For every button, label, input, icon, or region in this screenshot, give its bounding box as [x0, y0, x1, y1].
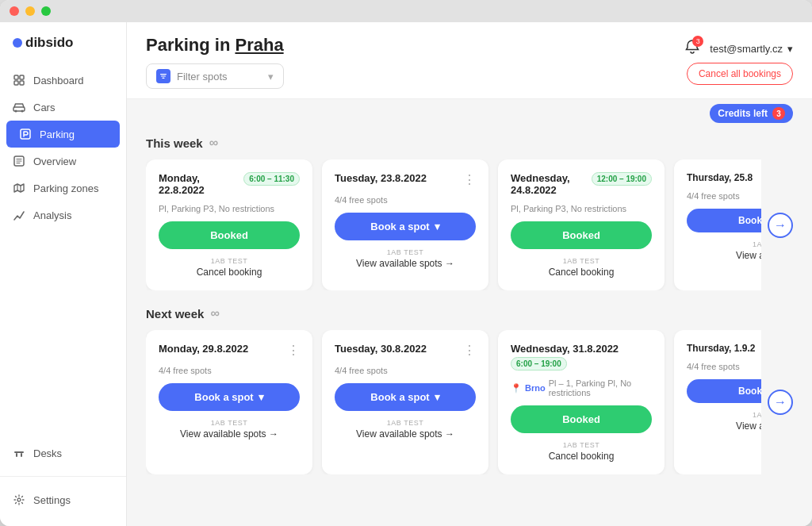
book-spot-button[interactable]: Book: [687, 379, 761, 403]
user-menu-button[interactable]: test@smartly.cz ▾: [710, 43, 793, 55]
view-spots-link[interactable]: View avail: [736, 250, 761, 261]
next-week-cards: Monday, 29.8.2022 ⋮ 4/4 free spots Book …: [146, 330, 761, 474]
next-week-section: Next week ∞ Monday, 29.8.2022 ⋮ 4/4 f: [146, 306, 793, 474]
location-tag: Brno: [525, 383, 546, 393]
maximize-button[interactable]: [41, 6, 51, 16]
scroll-right-button-next[interactable]: →: [768, 390, 793, 415]
sidebar-item-desks[interactable]: Desks: [0, 440, 126, 466]
card-mon-22: Monday, 22.8.2022 6:00 – 11:30 Pl, Parki…: [146, 159, 312, 290]
sidebar-item-analysis[interactable]: Analysis: [0, 202, 126, 228]
svg-rect-0: [14, 75, 18, 79]
minimize-button[interactable]: [25, 6, 35, 16]
cancel-all-bookings-button[interactable]: Cancel all bookings: [687, 63, 793, 85]
sidebar-label-desks: Desks: [33, 447, 62, 459]
card-thu-1: Thursday, 1.9.2 4/4 free spots Book 1A V…: [674, 330, 761, 474]
credits-area: Credits left 3: [127, 99, 812, 123]
nav-bottom: Settings: [0, 476, 126, 513]
app-window: dibsido Dashboard Cars: [0, 0, 812, 526]
card-footer-label: 1A: [753, 240, 761, 248]
card-header: Tuesday, 23.8.2022 ⋮: [335, 172, 476, 187]
card-footer: 1A View avail: [687, 240, 761, 261]
time-badge: 12:00 – 19:00: [592, 172, 652, 186]
page-title: Parking in Praha: [146, 35, 284, 56]
user-chevron-icon: ▾: [787, 43, 793, 55]
view-spots-link[interactable]: View avail: [736, 420, 761, 432]
card-date: Monday, 29.8.2022: [159, 343, 248, 355]
book-spot-button[interactable]: Book a spot ▾: [159, 383, 300, 411]
booked-button[interactable]: Booked: [159, 221, 300, 249]
next-week-cards-row: Monday, 29.8.2022 ⋮ 4/4 free spots Book …: [146, 330, 793, 474]
sidebar-item-settings[interactable]: Settings: [0, 486, 126, 513]
card-tue-23: Tuesday, 23.8.2022 ⋮ 4/4 free spots Book…: [322, 159, 488, 290]
this-week-header: This week ∞: [146, 136, 793, 150]
card-date: Tuesday, 30.8.2022: [335, 343, 427, 355]
view-spots-link[interactable]: View available spots →: [356, 428, 454, 440]
sidebar-item-parking[interactable]: Parking: [6, 121, 120, 148]
card-footer-label: 1AB TEST: [211, 419, 247, 427]
chevron-down-icon: ▾: [259, 391, 264, 403]
map-icon: [13, 182, 25, 194]
card-date: Thursday, 1.9.2: [687, 343, 755, 354]
notification-button[interactable]: 3: [684, 39, 700, 58]
card-tue-30: Tuesday, 30.8.2022 ⋮ 4/4 free spots Book…: [322, 330, 488, 474]
card-date: Tuesday, 23.8.2022: [335, 172, 427, 184]
cancel-booking-link[interactable]: Cancel booking: [549, 267, 615, 278]
gear-icon: [13, 493, 25, 506]
nav-section: Dashboard Cars Parking: [0, 67, 126, 440]
sidebar-label-analysis: Analysis: [33, 209, 71, 221]
filter-chevron: ▾: [268, 71, 274, 83]
svg-rect-15: [163, 78, 165, 79]
card-header: Thursday, 1.9.2: [687, 343, 761, 354]
this-week-cards-row: Monday, 22.8.2022 6:00 – 11:30 Pl, Parki…: [146, 159, 793, 290]
card-footer-label: 1AB TEST: [211, 257, 247, 265]
card-sub: Pl, Parking P3, No restrictions: [159, 204, 300, 213]
sidebar-item-parking-zones[interactable]: Parking zones: [0, 175, 126, 202]
card-wed-31: Wednesday, 31.8.2022 6:00 – 19:00 📍 Brno…: [498, 330, 665, 474]
this-week-cards: Monday, 22.8.2022 6:00 – 11:30 Pl, Parki…: [146, 159, 761, 290]
book-spot-button[interactable]: Book a spot ▾: [335, 383, 476, 411]
this-week-infinity: ∞: [209, 136, 218, 150]
sidebar-label-overview: Overview: [33, 155, 76, 167]
sidebar-item-cars[interactable]: Cars: [0, 94, 126, 121]
card-sub: 4/4 free spots: [335, 195, 476, 205]
svg-rect-1: [20, 75, 24, 79]
book-spot-button[interactable]: Book a spot ▾: [335, 213, 476, 240]
cancel-booking-link[interactable]: Cancel booking: [197, 267, 262, 278]
card-location-sub: 📍 Brno Pl – 1, Parking Pl, No restrictio…: [511, 378, 652, 397]
card-wed-24: Wednesday, 24.8.2022 12:00 – 19:00 Pl, P…: [498, 159, 665, 290]
card-sub: 4/4 free spots: [159, 366, 300, 375]
booked-button[interactable]: Booked: [511, 221, 652, 249]
card-header: Monday, 22.8.2022 6:00 – 11:30: [159, 172, 300, 196]
user-email: test@smartly.cz: [710, 43, 783, 55]
booked-button[interactable]: Booked: [511, 405, 652, 433]
next-week-header: Next week ∞: [146, 306, 793, 321]
sidebar-label-settings: Settings: [33, 494, 71, 506]
svg-rect-13: [160, 74, 167, 75]
chevron-down-icon: ▾: [435, 391, 440, 403]
cancel-booking-link[interactable]: Cancel booking: [549, 451, 615, 462]
sidebar-item-dashboard[interactable]: Dashboard: [0, 67, 126, 94]
grid-icon: [13, 74, 25, 86]
svg-rect-9: [14, 451, 24, 453]
card-menu-dots[interactable]: ⋮: [287, 343, 300, 358]
close-button[interactable]: [10, 6, 19, 16]
card-footer: 1AB TEST View available spots →: [335, 419, 476, 440]
card-footer-label: 1A: [753, 411, 761, 419]
card-date: Thursday, 25.8: [687, 172, 753, 183]
logo-text: dibsido: [25, 35, 73, 51]
card-footer-label: 1AB TEST: [563, 257, 599, 265]
chevron-down-icon: ▾: [435, 221, 440, 232]
filter-spots-dropdown[interactable]: Filter spots ▾: [146, 63, 284, 89]
view-spots-link[interactable]: View available spots →: [180, 428, 278, 440]
card-menu-dots[interactable]: ⋮: [463, 343, 476, 358]
card-menu-dots[interactable]: ⋮: [463, 172, 476, 187]
sidebar-item-overview[interactable]: Overview: [0, 148, 126, 175]
sidebar-label-parking-zones: Parking zones: [33, 182, 98, 194]
book-spot-button[interactable]: Book: [687, 209, 761, 232]
filter-placeholder: Filter spots: [177, 71, 262, 83]
card-thu-25: Thursday, 25.8 4/4 free spots Book 1A Vi…: [674, 159, 761, 290]
titlebar: [0, 0, 812, 22]
view-spots-link[interactable]: View available spots →: [356, 258, 454, 269]
scroll-right-button[interactable]: →: [768, 213, 793, 238]
location-pin-icon: 📍: [511, 383, 522, 394]
